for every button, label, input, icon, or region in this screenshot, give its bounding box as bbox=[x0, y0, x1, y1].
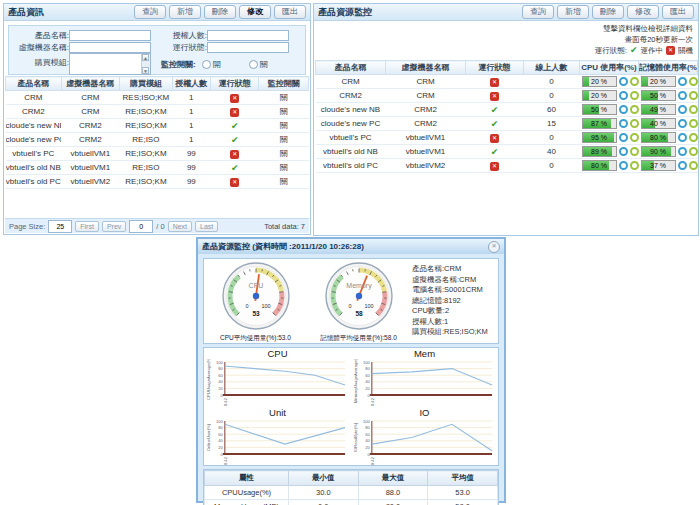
monitor-switch-cell: 關 bbox=[259, 133, 309, 147]
value-cell: 30.0 bbox=[289, 486, 359, 500]
status-cell: ✕ bbox=[466, 89, 524, 103]
next-page-button[interactable]: Next bbox=[168, 221, 192, 232]
ring-indicator-green-icon bbox=[630, 161, 639, 170]
monitor-on-radio[interactable] bbox=[202, 60, 211, 69]
table-row[interactable]: vbtuell's old NBvbtuellVM1RE;ISO99✔關 bbox=[6, 161, 309, 175]
vm-cell: vbtuellVM2 bbox=[386, 159, 466, 173]
last-page-button[interactable]: Last bbox=[195, 221, 218, 232]
product-cell: vbtuell's PC bbox=[6, 147, 62, 161]
table-row[interactable]: cloude's new NBCRM2RE;ISO;KM1✔關 bbox=[6, 119, 309, 133]
table-row[interactable]: cloude's new NBCRM2✔6050 %49 % bbox=[316, 103, 698, 117]
export-button[interactable]: 匯出 bbox=[274, 5, 306, 19]
cpu-usage: 20 % bbox=[580, 76, 639, 87]
modify-button[interactable]: 修改 bbox=[627, 5, 659, 19]
monitor-off-label: 關 bbox=[260, 59, 268, 70]
ring-indicator-green-icon bbox=[689, 147, 698, 156]
monitor-switch-label: 監控開關: bbox=[161, 59, 196, 70]
svg-text:60: 60 bbox=[218, 373, 223, 378]
table-row[interactable]: vbtuell's old PCvbtuellVM2RE;ISO;KM99✕關 bbox=[6, 175, 309, 189]
ring-indicator-green-icon bbox=[689, 119, 698, 128]
add-button[interactable]: 新增 bbox=[557, 5, 589, 19]
vm-cell: CRM bbox=[386, 75, 466, 89]
svg-text:10:42: 10:42 bbox=[223, 456, 228, 465]
delete-button[interactable]: 刪除 bbox=[204, 5, 236, 19]
svg-text:10:42: 10:42 bbox=[370, 397, 375, 406]
cpu-usage: 89 % bbox=[580, 146, 639, 157]
page-number-input[interactable] bbox=[129, 220, 153, 233]
run-status-input[interactable] bbox=[207, 42, 289, 53]
cpu-cell: 87 % bbox=[580, 117, 639, 131]
running-check-icon: ✔ bbox=[491, 147, 499, 157]
vm-name-input[interactable] bbox=[69, 42, 151, 53]
resource-monitor-header: 產品資源監控 查詢新增刪除修改匯出 bbox=[314, 4, 698, 21]
table-row[interactable]: CRM2CRM✕020 %50 % bbox=[316, 89, 698, 103]
column-header: 最大值 bbox=[358, 471, 428, 486]
query-button[interactable]: 查詢 bbox=[134, 5, 166, 19]
listbox-scrollbar[interactable]: ▲ ▼ bbox=[141, 54, 150, 74]
online-cell: 0 bbox=[524, 89, 580, 103]
mem-usage-value: 20 % bbox=[642, 77, 675, 86]
table-row[interactable]: vbtuell's old PCvbtuellVM2✕080 %37 % bbox=[316, 159, 698, 173]
first-page-button[interactable]: First bbox=[75, 221, 99, 232]
table-row[interactable]: vbtuell's PCvbtuellVM1RE;ISO;KM99✕關 bbox=[6, 147, 309, 161]
delete-button[interactable]: 刪除 bbox=[592, 5, 624, 19]
table-row[interactable]: CRM2CRMRE;ISO;KM1✕關 bbox=[6, 105, 309, 119]
product-cell: cloude's new PC bbox=[6, 133, 62, 147]
table-row[interactable]: vbtuell's PCvbtuellVM1✕095 %80 % bbox=[316, 131, 698, 145]
note-refresh: 畫面每20秒更新一次 bbox=[595, 34, 693, 45]
cpu-usage: 95 % bbox=[580, 132, 639, 143]
status-cell: ✔ bbox=[211, 133, 259, 147]
cpu-usage-value: 50 % bbox=[583, 105, 616, 114]
licensed-users-input[interactable] bbox=[207, 30, 289, 41]
column-header: 線上人數 bbox=[524, 61, 580, 75]
value-cell: 58.0 bbox=[428, 500, 498, 505]
monitor-off-radio[interactable] bbox=[249, 60, 258, 69]
modules-listbox[interactable]: ▲ ▼ bbox=[69, 53, 151, 75]
detail-window-titlebar[interactable]: 產品資源監控 (資料時間 :2011/1/20 10:26:28) ✕ bbox=[198, 239, 504, 254]
table-row[interactable]: vbtuell's old NBvbtuellVM1✔4089 %90 % bbox=[316, 145, 698, 159]
mem-usage-bar: 50 % bbox=[641, 90, 676, 101]
online-cell: 60 bbox=[524, 103, 580, 117]
stats-section: 屬性最小值最大值平均值 CPUUsage(%)30.088.053.0Memor… bbox=[203, 469, 499, 505]
mem-usage: 49 % bbox=[639, 104, 698, 115]
prev-page-button[interactable]: Prev bbox=[102, 221, 126, 232]
column-header: 虛擬機器名稱 bbox=[386, 61, 466, 75]
mem-cell: 49 % bbox=[639, 103, 698, 117]
column-header: 運行狀態 bbox=[466, 61, 524, 75]
table-row[interactable]: CRMCRMRES;ISO;KM1✕關 bbox=[6, 91, 309, 105]
column-header: CPU 使用率(%) bbox=[580, 61, 639, 75]
vm-info-list: 產品名稱:CRM虛擬機器名稱:CRM電腦名稱:S0001CRM總記憶體:8192… bbox=[410, 259, 498, 343]
ring-indicator-green-icon bbox=[689, 91, 698, 100]
product-name-input[interactable] bbox=[69, 30, 151, 41]
product-info-table: 產品名稱虛擬機器名稱購買模組授權人數運行狀態監控開關 CRMCRMRES;ISO… bbox=[5, 76, 309, 189]
export-button[interactable]: 匯出 bbox=[662, 5, 694, 19]
table-row[interactable]: CRMCRM✕020 %20 % bbox=[316, 75, 698, 89]
product-cell: vbtuell's old NB bbox=[6, 161, 62, 175]
modify-button[interactable]: 修改 bbox=[239, 5, 271, 19]
ring-indicator-blue-icon bbox=[678, 133, 687, 142]
scroll-up-icon[interactable]: ▲ bbox=[142, 54, 149, 61]
cpu-gauge-dial: CPU010053 bbox=[221, 261, 291, 331]
add-button[interactable]: 新增 bbox=[169, 5, 201, 19]
online-cell: 0 bbox=[524, 131, 580, 145]
cpu-usage-value: 95 % bbox=[583, 133, 616, 142]
detail-window: 產品資源監控 (資料時間 :2011/1/20 10:26:28) ✕ CPU0… bbox=[196, 237, 506, 503]
scroll-down-icon[interactable]: ▼ bbox=[142, 67, 149, 74]
mem-usage: 90 % bbox=[639, 146, 698, 157]
page-size-input[interactable] bbox=[48, 220, 72, 233]
mem-usage-bar: 20 % bbox=[641, 76, 676, 87]
query-button[interactable]: 查詢 bbox=[522, 5, 554, 19]
mem-chart: Mem020406080100MemoryUsageAverage(%)10:4… bbox=[351, 348, 498, 407]
status-cell: ✔ bbox=[466, 103, 524, 117]
table-row[interactable]: cloude's new PCCRM2RE;ISO1✔關 bbox=[6, 133, 309, 147]
unit-chart-title: Unit bbox=[204, 407, 351, 418]
ring-indicator-blue-icon bbox=[678, 147, 687, 156]
svg-text:10:42: 10:42 bbox=[370, 456, 375, 465]
io-chart: IO020406080100IOReadByte(%)10:42 bbox=[351, 407, 498, 466]
product-info-panel: 產品資訊 查詢新增刪除修改匯出 產品名稱: 虛擬機器名稱: 購買模組: ▲ ▼ bbox=[3, 3, 311, 235]
stopped-x-icon: ✕ bbox=[490, 162, 499, 171]
value-cell: 88.0 bbox=[358, 486, 428, 500]
mem-cell: 80 % bbox=[639, 131, 698, 145]
table-row[interactable]: cloude's new PCCRM2✔1587 %40 % bbox=[316, 117, 698, 131]
close-icon[interactable]: ✕ bbox=[488, 241, 500, 253]
